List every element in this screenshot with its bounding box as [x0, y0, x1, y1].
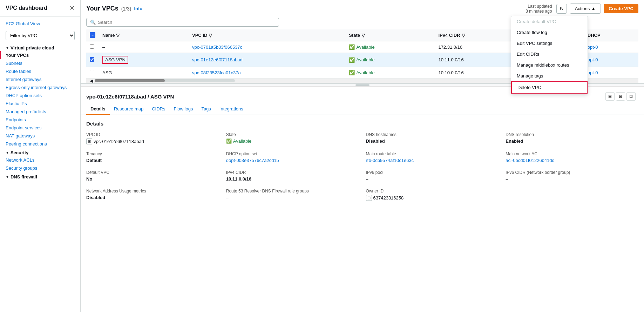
top-header: Your VPCs (1/3) Info Last updated 8 minu…	[86, 0, 638, 16]
detail-item: Route 53 Resolver DNS Firewall rule grou…	[226, 189, 359, 201]
panel-view-icon-3[interactable]: ⊡	[626, 92, 636, 101]
detail-label: IPv4 CIDR	[226, 170, 359, 175]
sidebar-item-peering-connections[interactable]: Peering connections	[0, 140, 80, 148]
search-input[interactable]	[98, 20, 275, 25]
detail-label: DHCP option set	[226, 151, 359, 156]
tab-details[interactable]: Details	[86, 103, 110, 115]
sidebar-item-endpoint-services[interactable]: Endpoint services	[0, 124, 80, 132]
sidebar-item-subnets[interactable]: Subnets	[0, 59, 80, 67]
dropdown-item-create-default-vpc[interactable]: Create default VPC	[511, 16, 588, 27]
detail-link[interactable]: dopt-003e37576c7a2cd15	[226, 158, 279, 163]
vpc-id-link[interactable]: vpc-0701a5b03f066537c	[192, 45, 242, 50]
detail-label: DNS resolution	[506, 132, 638, 137]
detail-item: State ✅ Available	[226, 132, 359, 144]
dropdown-item-delete-vpc[interactable]: Delete VPC	[511, 81, 588, 94]
details-grid: VPC ID ⊞ vpc-01e12e6f07118abad State ✅ A…	[86, 132, 638, 201]
actions-button[interactable]: Actions ▲	[570, 4, 601, 14]
detail-link[interactable]: acl-0bcd01f01226b41dd	[506, 158, 555, 163]
dropdown-item-manage-middlebox-routes[interactable]: Manage middlebox routes	[511, 60, 588, 70]
detail-item: Main network ACL acl-0bcd01f01226b41dd	[506, 151, 638, 163]
create-vpc-button[interactable]: Create VPC	[604, 4, 638, 13]
sidebar-nav: EC2 Global View Filter by VPC ▼ Virtual …	[0, 16, 80, 183]
tab-integrations[interactable]: Integrations	[215, 103, 248, 115]
detail-label: IPv6 CIDR (Network border group)	[506, 170, 638, 175]
scrollbar-thumb[interactable]	[95, 79, 165, 82]
panel-view-icons: ⊞ ⊟ ⊡	[603, 89, 638, 103]
sidebar-item-endpoints[interactable]: Endpoints	[0, 116, 80, 124]
vpc-id-link[interactable]: vpc-08f23523fca01c37a	[192, 70, 241, 75]
resize-handle-bar	[355, 84, 370, 86]
sidebar-item-nat-gateways[interactable]: NAT gateways	[0, 132, 80, 140]
main-content: Your VPCs (1/3) Info Last updated 8 minu…	[81, 0, 644, 312]
panel-view-icon-2[interactable]: ⊟	[616, 92, 625, 101]
scroll-left-icon[interactable]: ◀	[90, 78, 93, 83]
copy-icon[interactable]: ⊞	[366, 195, 372, 201]
sidebar-section-dns-firewall[interactable]: ▼ DNS firewall	[0, 172, 80, 180]
refresh-button[interactable]: ↻	[556, 4, 567, 14]
sidebar-section-vpc[interactable]: ▼ Virtual private cloud	[0, 43, 80, 51]
sort-icon[interactable]: ▽	[361, 33, 365, 38]
tab-flow-logs[interactable]: Flow logs	[169, 103, 197, 115]
sidebar-item-managed-prefix-lists[interactable]: Managed prefix lists	[0, 108, 80, 116]
row-name: ASG	[99, 67, 189, 79]
dropdown-item-manage-tags[interactable]: Manage tags	[511, 70, 588, 81]
detail-panel-tabs: DetailsResource mapCIDRsFlow logsTagsInt…	[81, 103, 644, 115]
dhcp-link[interactable]: opt-0	[588, 45, 598, 50]
detail-value: acl-0bcd01f01226b41dd	[506, 158, 638, 163]
copy-icon[interactable]: ⊞	[86, 138, 92, 144]
row-vpc-id: vpc-08f23523fca01c37a	[189, 67, 345, 79]
dropdown-item-edit-cidrs[interactable]: Edit CIDRs	[511, 49, 588, 60]
panel-view-icon-1[interactable]: ⊞	[605, 92, 615, 101]
dropdown-item-edit-vpc-settings[interactable]: Edit VPC settings	[511, 38, 588, 49]
scrollbar-track	[95, 79, 235, 82]
sidebar-item-network-acls[interactable]: Network ACLs	[0, 156, 80, 164]
sidebar-item-route-tables[interactable]: Route tables	[0, 67, 80, 75]
detail-item: DNS resolution Enabled	[506, 132, 638, 144]
detail-label: Network Address Usage metrics	[86, 189, 219, 194]
detail-value: ✅ Available	[226, 138, 359, 144]
row-checkbox[interactable]	[90, 44, 94, 49]
row-state: ✅ Available	[345, 41, 435, 53]
tab-tags[interactable]: Tags	[197, 103, 215, 115]
filter-by-vpc-select[interactable]: Filter by VPC	[6, 31, 75, 40]
detail-item: Network Address Usage metrics Disabled	[86, 189, 219, 201]
sort-icon[interactable]: ▽	[116, 33, 120, 38]
details-section: Details VPC ID ⊞ vpc-01e12e6f07118abad S…	[81, 115, 644, 312]
col-dhcp: DHCP	[584, 29, 638, 41]
sort-icon[interactable]: ▽	[209, 33, 212, 38]
detail-value-text: vpc-01e12e6f07118abad	[94, 139, 144, 144]
detail-value: Disabled	[366, 138, 499, 144]
detail-value: rtb-0cb9574af10c1e63c	[366, 158, 499, 163]
row-checkbox[interactable]	[90, 70, 94, 74]
search-wrapper: 🔍	[86, 18, 279, 27]
info-link[interactable]: Info	[134, 6, 142, 11]
select-all-checkbox[interactable]: –	[90, 32, 95, 38]
sort-icon[interactable]: ▽	[462, 33, 465, 38]
row-checkbox[interactable]	[90, 57, 94, 62]
dhcp-link[interactable]: opt-0	[588, 70, 598, 75]
sidebar-section-security[interactable]: ▼ Security	[0, 148, 80, 156]
sidebar-item-egress-only[interactable]: Egress-only internet gateways	[0, 83, 80, 91]
detail-value: –	[226, 195, 359, 200]
close-icon[interactable]: ✕	[69, 4, 75, 12]
sidebar-item-security-groups[interactable]: Security groups	[0, 164, 80, 172]
dropdown-item-create-flow-log[interactable]: Create flow log	[511, 27, 588, 38]
detail-value-text: –	[506, 176, 508, 182]
detail-label: Tenancy	[86, 151, 219, 156]
sidebar-ec2-global-view[interactable]: EC2 Global View	[0, 19, 80, 28]
tab-cidrs[interactable]: CIDRs	[148, 103, 169, 115]
row-checkbox-cell	[86, 53, 99, 67]
detail-value: 10.11.0.0/16	[226, 176, 359, 182]
status-badge: ✅ Available	[349, 44, 431, 50]
detail-item: VPC ID ⊞ vpc-01e12e6f07118abad	[86, 132, 219, 144]
detail-link[interactable]: rtb-0cb9574af10c1e63c	[366, 158, 414, 163]
sidebar-item-elastic-ips[interactable]: Elastic IPs	[0, 100, 80, 108]
tab-resource-map[interactable]: Resource map	[110, 103, 148, 115]
sidebar-item-dhcp-option-sets[interactable]: DHCP option sets	[0, 91, 80, 100]
sidebar-item-internet-gateways[interactable]: Internet gateways	[0, 75, 80, 83]
row-state: ✅ Available	[345, 53, 435, 67]
vpc-id-link[interactable]: vpc-01e12e6f07118abad	[192, 57, 243, 62]
row-name: –	[99, 41, 189, 53]
sidebar-item-your-vpcs[interactable]: Your VPCs	[0, 51, 80, 59]
dhcp-link[interactable]: opt-0	[588, 57, 598, 62]
